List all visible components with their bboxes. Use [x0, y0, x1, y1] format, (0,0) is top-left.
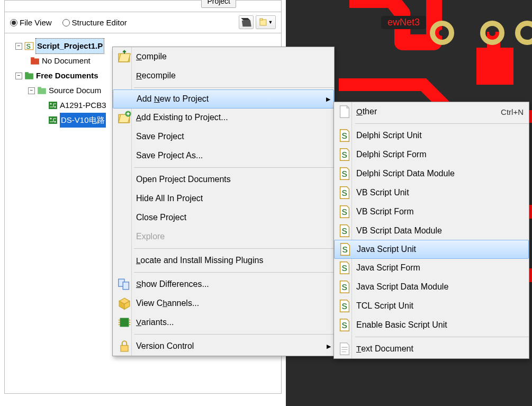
script-doc-icon: s [337, 166, 352, 181]
menu-add-existing[interactable]: Add Existing to Project... [113, 108, 334, 127]
menu-separator [355, 337, 529, 337]
svg-text:s: s [341, 261, 347, 273]
menu-save-project[interactable]: Save Project [113, 127, 334, 146]
svg-text:s: s [341, 299, 347, 311]
menu-label: Open Project Documents [136, 175, 334, 184]
svg-rect-0 [260, 20, 266, 25]
lock-icon [117, 339, 132, 354]
script-doc-icon: s [337, 260, 352, 275]
submenu-label: Java Script Form [356, 263, 529, 273]
svg-text:s: s [341, 129, 347, 141]
svg-text:s: s [341, 224, 347, 236]
svg-rect-36 [121, 346, 128, 351]
svg-rect-1 [260, 19, 263, 20]
menu-version-control[interactable]: Version Control ▶ [113, 337, 334, 356]
menu-label: Variants... [136, 318, 334, 327]
pcb-doc-icon [48, 115, 58, 125]
svg-rect-35 [120, 318, 129, 327]
menu-add-new-to-project[interactable]: Add New to Project ▶ [113, 89, 334, 109]
submenu-delphi-unit[interactable]: s Delphi Script Unit [334, 126, 529, 145]
script-doc-icon: s [337, 318, 352, 332]
menu-close-project[interactable]: Close Project [113, 208, 334, 227]
project-button[interactable]: Project [201, 0, 236, 8]
tree-collapse-icon[interactable]: − [28, 87, 35, 94]
menu-separator [134, 167, 334, 168]
toolbar-button-1[interactable] [239, 15, 254, 29]
file-view-radio[interactable]: File View [10, 18, 52, 27]
script-project-icon: s [24, 41, 34, 51]
compare-icon [117, 277, 132, 292]
folder-open-icon [117, 49, 132, 64]
menu-compile[interactable]: Compile [113, 47, 334, 66]
menu-locate-plugins[interactable]: Locate and Install Missing Plugins [113, 251, 334, 270]
menu-label: Add New to Project [137, 94, 323, 104]
submenu-label: Other [356, 107, 501, 116]
svg-text:s: s [26, 41, 30, 51]
menu-label: Compile [136, 52, 334, 61]
submenu-vb-unit[interactable]: s VB Script Unit [334, 183, 529, 202]
net-label: ewNet3 [381, 16, 426, 29]
menu-show-differences[interactable]: Show Differences... [113, 275, 334, 294]
svg-point-22 [489, 30, 495, 36]
submenu-vb-data-module[interactable]: s VB Script Data Module [334, 221, 529, 240]
script-doc-icon: s [337, 223, 352, 238]
submenu-label: VB Script Form [356, 207, 529, 216]
menu-label: View Channels... [136, 299, 334, 308]
text-doc-icon [337, 341, 352, 356]
submenu-delphi-data-module[interactable]: s Delphi Script Data Module [334, 164, 529, 183]
menu-separator [134, 334, 334, 335]
submenu-enable-basic-unit[interactable]: s Enable Basic Script Unit [334, 315, 529, 335]
menu-label: Version Control [136, 341, 323, 351]
chevron-down-icon: ▼ [268, 20, 273, 25]
submenu-label: TCL Script Unit [356, 301, 529, 311]
submenu-other[interactable]: Other Ctrl+N [334, 102, 529, 121]
tree-collapse-icon[interactable]: − [15, 73, 22, 79]
menu-label: Hide All In Project [136, 194, 334, 203]
svg-marker-26 [119, 53, 130, 61]
menu-open-project-documents[interactable]: Open Project Documents [113, 170, 334, 189]
toolbar-button-2[interactable]: ▼ [256, 15, 276, 29]
menu-label: Explore [136, 232, 334, 241]
menu-recompile[interactable]: Recompile [113, 66, 334, 85]
submenu-java-script-data-module[interactable]: s Java Script Data Module [334, 277, 529, 296]
tree-item-label: Free Documents [36, 68, 98, 83]
svg-text:s: s [341, 318, 347, 330]
svg-rect-31 [123, 282, 129, 290]
radio-checked-icon [10, 19, 17, 26]
menu-save-project-as[interactable]: Save Project As... [113, 146, 334, 165]
svg-point-24 [524, 30, 530, 36]
script-doc-icon: s [337, 204, 352, 219]
tree-item-label: DS-V10电路 [60, 113, 106, 128]
svg-text:s: s [341, 205, 347, 217]
svg-rect-6 [25, 74, 33, 79]
view-mode-row: File View Structure Editor ▼ [5, 12, 281, 33]
svg-rect-9 [38, 87, 41, 88]
menu-label: Add Existing to Project... [136, 113, 334, 122]
panel-top: Project [5, 1, 281, 12]
cube-icon [117, 296, 132, 311]
tree-collapse-icon[interactable]: − [15, 43, 22, 50]
submenu-text-document[interactable]: Text Document [334, 339, 529, 358]
menu-variants[interactable]: Variants... [113, 313, 334, 332]
svg-point-14 [50, 118, 52, 120]
svg-point-20 [439, 30, 445, 36]
svg-rect-5 [31, 57, 34, 59]
menu-view-channels[interactable]: View Channels... [113, 294, 334, 313]
svg-rect-8 [38, 88, 46, 94]
submenu-tcl-unit[interactable]: s TCL Script Unit [334, 296, 529, 315]
document-icon [337, 104, 352, 119]
structure-editor-label: Structure Editor [72, 18, 127, 27]
pcb-doc-icon [48, 101, 58, 110]
svg-rect-4 [31, 59, 39, 65]
menu-hide-all[interactable]: Hide All In Project [113, 189, 334, 208]
submenu-vb-form[interactable]: s VB Script Form [334, 202, 529, 221]
submenu-label: VB Script Data Module [356, 226, 529, 236]
submenu-delphi-form[interactable]: s Delphi Script Form [334, 145, 529, 164]
structure-editor-radio[interactable]: Structure Editor [62, 18, 127, 27]
folder-icon [30, 56, 40, 66]
submenu-label: Delphi Script Data Module [356, 169, 529, 178]
submenu-java-script-form[interactable]: s Java Script Form [334, 258, 529, 277]
submenu-java-script-unit[interactable]: s Java Script Unit [334, 240, 529, 259]
svg-text:s: s [342, 242, 348, 255]
menu-label: Save Project As... [136, 151, 334, 160]
